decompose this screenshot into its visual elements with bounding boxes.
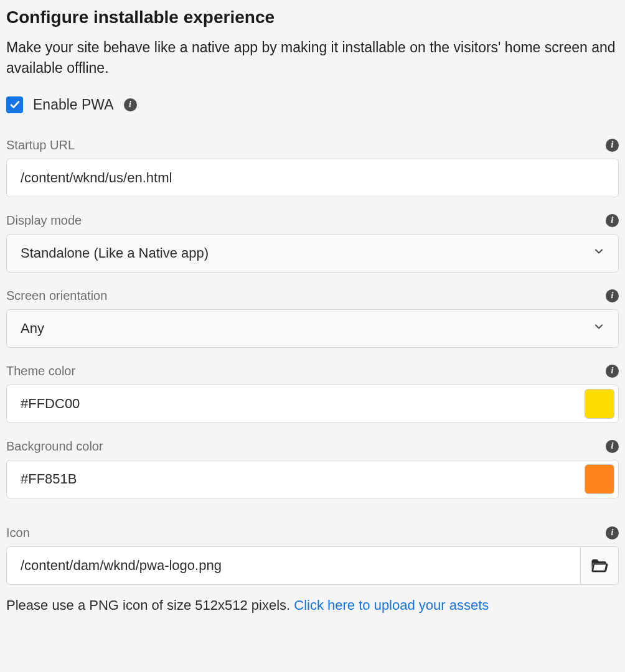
info-icon[interactable]: i — [606, 289, 619, 302]
info-icon[interactable]: i — [606, 365, 619, 378]
background-color-field: Background color i — [6, 439, 619, 498]
folder-open-icon — [590, 556, 609, 575]
info-icon[interactable]: i — [124, 98, 137, 111]
screen-orientation-field: Screen orientation i Any — [6, 289, 619, 348]
display-mode-label: Display mode — [6, 213, 82, 228]
display-mode-field: Display mode i Standalone (Like a Native… — [6, 213, 619, 273]
startup-url-input[interactable] — [6, 159, 619, 197]
startup-url-field: Startup URL i — [6, 138, 619, 197]
icon-hint-text: Please use a PNG icon of size 512x512 pi… — [6, 597, 294, 613]
background-color-swatch[interactable] — [585, 464, 614, 494]
enable-pwa-row: Enable PWA i — [6, 96, 619, 113]
info-icon[interactable]: i — [606, 440, 619, 453]
icon-label: Icon — [6, 526, 30, 540]
page-description: Make your site behave like a native app … — [6, 37, 619, 79]
info-icon[interactable]: i — [606, 214, 619, 227]
upload-assets-link[interactable]: Click here to upload your assets — [294, 597, 489, 613]
enable-pwa-checkbox[interactable] — [6, 96, 23, 113]
info-icon[interactable]: i — [606, 139, 619, 152]
screen-orientation-label: Screen orientation — [6, 289, 107, 303]
display-mode-select[interactable]: Standalone (Like a Native app) — [6, 234, 619, 273]
theme-color-swatch[interactable] — [585, 389, 614, 419]
enable-pwa-label: Enable PWA — [33, 96, 114, 113]
check-icon — [9, 99, 21, 110]
page-title: Configure installable experience — [6, 7, 619, 27]
theme-color-input[interactable] — [21, 396, 585, 412]
screen-orientation-select[interactable]: Any — [6, 309, 619, 348]
theme-color-field: Theme color i — [6, 364, 619, 423]
startup-url-label: Startup URL — [6, 138, 75, 152]
display-mode-value: Standalone (Like a Native app) — [21, 245, 209, 261]
icon-hint: Please use a PNG icon of size 512x512 pi… — [6, 597, 619, 614]
background-color-label: Background color — [6, 439, 103, 454]
info-icon[interactable]: i — [606, 526, 619, 539]
background-color-input[interactable] — [21, 471, 585, 487]
theme-color-label: Theme color — [6, 364, 75, 378]
screen-orientation-value: Any — [21, 320, 44, 337]
icon-field: Icon i — [6, 526, 619, 585]
icon-path-input[interactable] — [6, 546, 580, 585]
browse-button[interactable] — [580, 546, 619, 585]
